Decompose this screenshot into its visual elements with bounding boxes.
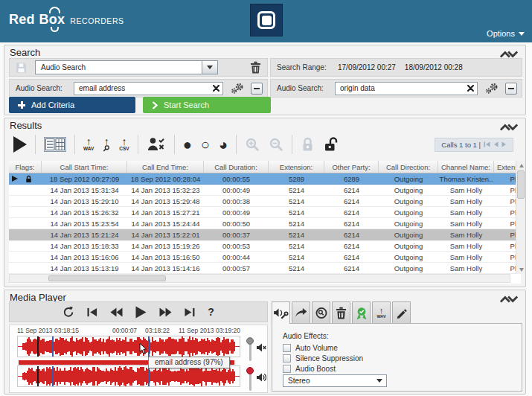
agent-evaluate-button[interactable] — [147, 137, 166, 152]
checkbox-auto-volume[interactable]: Auto Volume — [283, 344, 338, 352]
table-vertical-scrollbar[interactable] — [516, 161, 525, 274]
cell-other_party: 6289 — [324, 173, 379, 184]
export-wav-button[interactable]: ↑ WAV — [83, 138, 94, 151]
play-call-button[interactable] — [13, 136, 27, 153]
export-csv-button[interactable]: ↑ CSV — [119, 138, 129, 151]
column-header[interactable]: Other Party: — [324, 161, 379, 173]
table-row[interactable]: 14 Jan 2013 15:29:1014 Jan 2013 15:29:48… — [9, 196, 521, 207]
media-player-collapse-icon[interactable] — [499, 293, 519, 307]
delete-search-icon[interactable] — [250, 61, 261, 74]
remove-criteria-button[interactable] — [251, 83, 263, 95]
results-toolbar: ↑ WAV ↑ ↑ CSV ● ○ ◕ — [9, 130, 521, 159]
rewind-button[interactable] — [110, 307, 123, 317]
filter-partial-button[interactable]: ◕ — [219, 137, 228, 152]
export-search-button[interactable]: ↑ — [103, 138, 110, 152]
play-button[interactable] — [135, 306, 147, 319]
column-header[interactable]: Channel Name: — [438, 161, 494, 173]
table-row[interactable]: 14 Jan 2013 15:23:5414 Jan 2013 15:24:44… — [9, 218, 521, 229]
column-header[interactable]: Extension: — [269, 161, 324, 173]
clear-input-icon[interactable] — [467, 85, 474, 92]
home-logo-button[interactable] — [251, 4, 282, 36]
scroll-down-arrow[interactable] — [516, 265, 526, 274]
table-row[interactable]: 14 Jan 2013 15:18:3314 Jan 2013 15:19:26… — [9, 240, 521, 252]
next-page-button[interactable] — [501, 141, 507, 147]
help-button[interactable]: ? — [208, 306, 214, 318]
first-page-button[interactable] — [484, 141, 490, 147]
trash-icon — [336, 307, 347, 319]
cell-end: 14 Jan 2013 15:19:26 — [127, 240, 204, 251]
cell-channel: Sam Holly — [438, 218, 494, 229]
search-settings-gears-icon[interactable] — [230, 83, 245, 95]
scroll-up-arrow[interactable] — [516, 161, 526, 170]
results-table: Flags:Call Start Time:Call End Time:Call… — [9, 161, 521, 284]
tab-evaluate[interactable] — [352, 301, 371, 323]
checkbox-silence-suppression[interactable]: Silence Suppression — [283, 354, 363, 363]
cell-channel: Sam Holly — [438, 240, 494, 251]
tab-share[interactable] — [292, 301, 310, 323]
volume-slider-1[interactable] — [246, 337, 254, 361]
fast-forward-button[interactable] — [159, 307, 172, 317]
tab-delete[interactable] — [332, 301, 350, 323]
dropdown-arrow-button[interactable] — [202, 61, 217, 74]
skip-start-button[interactable] — [87, 307, 97, 317]
prev-page-button[interactable] — [493, 141, 499, 147]
audio-search-input[interactable]: email address — [74, 82, 223, 95]
table-row[interactable]: 14 Jan 2013 15:13:1914 Jan 2013 15:14:16… — [9, 263, 521, 274]
redbox-logo: Red Box RECORDERS — [9, 12, 124, 28]
table-row[interactable]: 18 Sep 2012 00:27:0918 Sep 2012 00:28:04… — [9, 173, 521, 185]
brand-box: Box — [39, 12, 65, 28]
slider-knob[interactable] — [246, 367, 254, 374]
lock-call-button[interactable] — [301, 137, 315, 152]
replay-button[interactable] — [63, 306, 74, 318]
checkbox-icon[interactable] — [283, 365, 291, 373]
cell-channel: Thomas Kristen.. — [438, 173, 494, 184]
start-search-button[interactable]: Start Search — [143, 97, 271, 113]
audio-search-input[interactable]: origin data — [335, 82, 478, 95]
scrollbar-thumb[interactable] — [48, 275, 166, 281]
view-layout-button[interactable] — [44, 137, 66, 152]
column-header[interactable]: Call End Time: — [127, 161, 204, 173]
app-header: Red Box RECORDERS Options — [0, 0, 532, 42]
options-menu[interactable]: Options — [487, 29, 525, 38]
volume-slider-2[interactable] — [246, 367, 254, 391]
filter-unevaluated-button[interactable]: ○ — [201, 137, 210, 152]
speaker-muted-icon[interactable] — [256, 343, 266, 352]
channel-mode-select[interactable]: Stereo — [283, 374, 387, 387]
unlock-call-button[interactable] — [324, 137, 339, 152]
cell-extension: 5214 — [269, 185, 324, 195]
speaker-icon[interactable] — [256, 373, 266, 382]
clear-input-icon[interactable] — [213, 85, 219, 92]
table-row[interactable]: 14 Jan 2013 15:16:0614 Jan 2013 15:16:50… — [9, 252, 521, 263]
flags-cell — [9, 207, 42, 217]
scrollbar-thumb[interactable] — [517, 170, 525, 199]
table-row[interactable]: 14 Jan 2013 15:31:3414 Jan 2013 15:32:23… — [9, 185, 521, 196]
column-header[interactable]: Call Duration: — [204, 161, 269, 173]
checkbox-icon[interactable] — [283, 354, 291, 363]
tab-inspect[interactable] — [312, 301, 330, 323]
table-row[interactable]: 14 Jan 2013 15:21:2414 Jan 2013 15:22:01… — [9, 229, 521, 240]
skip-end-button[interactable] — [185, 307, 195, 317]
column-header[interactable]: Flags: — [9, 161, 42, 173]
column-header[interactable]: Call Direction: — [379, 161, 438, 173]
checkbox-audio-boost[interactable]: Audio Boost — [283, 365, 336, 373]
cell-end: 14 Jan 2013 15:14:16 — [127, 263, 204, 273]
checkbox-icon[interactable] — [283, 344, 291, 352]
column-header[interactable]: Call Start Time: — [42, 161, 127, 173]
slider-knob[interactable] — [246, 337, 254, 345]
remove-criteria-button[interactable] — [505, 83, 517, 95]
saved-search-dropdown[interactable]: Audio Search — [35, 60, 218, 74]
filter-all-calls-button[interactable]: ● — [183, 137, 192, 152]
table-horizontal-scrollbar[interactable] — [9, 274, 510, 283]
zoom-out-button[interactable] — [269, 137, 283, 152]
add-criteria-button[interactable]: Add Criteria — [9, 97, 135, 113]
waveform-channel-1[interactable] — [17, 336, 240, 357]
table-row[interactable]: 14 Jan 2013 15:26:3214 Jan 2013 15:27:21… — [9, 207, 521, 218]
save-search-icon[interactable] — [15, 62, 28, 74]
tab-audio-settings[interactable] — [272, 301, 290, 324]
search-settings-gears-icon[interactable] — [484, 83, 499, 95]
waveform-channel-2[interactable] — [17, 365, 240, 387]
flags-cell — [9, 263, 42, 273]
tab-annotate[interactable] — [392, 301, 411, 323]
tab-export-wav[interactable]: ↑ WAV — [372, 301, 391, 323]
zoom-in-button[interactable] — [245, 137, 260, 152]
